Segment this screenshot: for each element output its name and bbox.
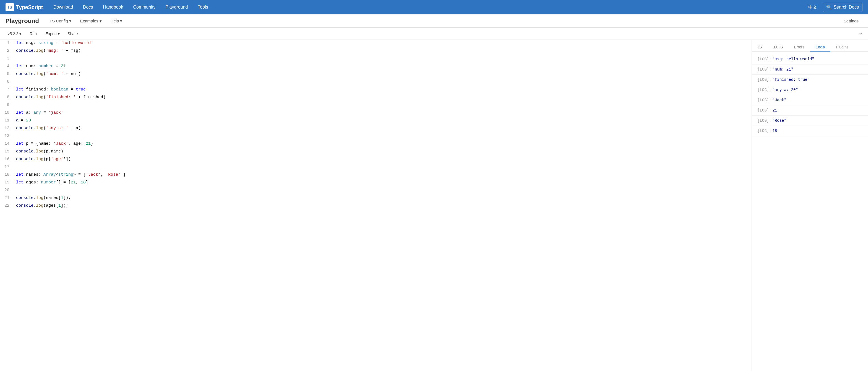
line-number: 3	[0, 55, 14, 63]
search-docs-button[interactable]: 🔍 Search Docs	[823, 3, 863, 12]
list-item: [LOG]: 18	[752, 126, 868, 136]
export-label: Export	[45, 32, 57, 36]
code-content: let p = {name: 'Jack', age: 21}	[14, 141, 752, 148]
ts-config-button[interactable]: TS Config ▾	[45, 17, 75, 25]
line-number: 20	[0, 187, 14, 195]
code-content	[14, 133, 752, 141]
nav-handbook[interactable]: Handbook	[99, 3, 127, 11]
table-row: 17	[0, 164, 752, 172]
run-button[interactable]: Run	[26, 30, 41, 37]
code-content: console.log('finished: ' + finished)	[14, 94, 752, 102]
line-number: 10	[0, 110, 14, 117]
code-content: let ages: number[] = [21, 18]	[14, 179, 752, 187]
tab-js[interactable]: JS	[752, 42, 767, 52]
line-number: 22	[0, 202, 14, 210]
nav-community[interactable]: Community	[129, 3, 159, 11]
help-label: Help	[111, 19, 119, 23]
nav-right: 中文 🔍 Search Docs	[806, 3, 863, 12]
code-editor[interactable]: 1let msg: string = 'hello world'2console…	[0, 40, 752, 371]
log-value: "Jack"	[772, 98, 786, 103]
search-icon: 🔍	[826, 5, 832, 10]
code-content	[14, 187, 752, 195]
table-row: 6	[0, 79, 752, 86]
code-content: let a: any = 'jack'	[14, 110, 752, 117]
ts-logo-icon: TS	[5, 3, 14, 11]
line-number: 11	[0, 117, 14, 125]
code-content	[14, 79, 752, 86]
sub-nav: Playground TS Config ▾ Examples ▾ Help ▾…	[0, 15, 868, 28]
brand-name: TypeScript	[16, 4, 43, 10]
log-prefix: [LOG]:	[757, 88, 771, 92]
settings-button[interactable]: Settings	[840, 17, 863, 25]
tab-dts[interactable]: .D.TS	[767, 42, 788, 52]
log-prefix: [LOG]:	[757, 118, 771, 123]
table-row: 15console.log(p.name)	[0, 148, 752, 156]
code-content: let finished: boolean = true	[14, 86, 752, 94]
list-item: [LOG]: "finished: true"	[752, 75, 868, 85]
nav-download[interactable]: Download	[50, 3, 77, 11]
table-row: 14let p = {name: 'Jack', age: 21}	[0, 141, 752, 148]
examples-button[interactable]: Examples ▾	[76, 17, 105, 25]
log-prefix: [LOG]:	[757, 78, 771, 82]
table-row: 1let msg: string = 'hello world'	[0, 40, 752, 48]
line-number: 12	[0, 125, 14, 133]
code-content: let msg: string = 'hello world'	[14, 40, 752, 48]
table-row: 13	[0, 133, 752, 141]
code-table: 1let msg: string = 'hello world'2console…	[0, 40, 752, 210]
list-item: [LOG]: "any a: 20"	[752, 85, 868, 95]
lang-button[interactable]: 中文	[806, 3, 819, 11]
log-prefix: [LOG]:	[757, 98, 771, 103]
version-selector[interactable]: v5.2.2 ▾	[5, 30, 24, 37]
table-row: 21console.log(names[1]);	[0, 195, 752, 202]
share-button[interactable]: Share	[65, 30, 81, 37]
help-chevron-icon: ▾	[120, 19, 122, 24]
line-number: 15	[0, 148, 14, 156]
log-prefix: [LOG]:	[757, 57, 771, 61]
nav-tools[interactable]: Tools	[194, 3, 212, 11]
log-prefix: [LOG]:	[757, 129, 771, 133]
ts-config-label: TS Config	[50, 19, 68, 23]
table-row: 12console.log('any a: ' + a)	[0, 125, 752, 133]
export-chevron-icon: ▾	[58, 32, 60, 36]
tab-logs[interactable]: Logs	[810, 42, 830, 52]
line-number: 19	[0, 179, 14, 187]
logo-area[interactable]: TS TypeScript	[5, 3, 43, 11]
log-value: 21	[772, 108, 777, 113]
line-number: 14	[0, 141, 14, 148]
code-content: let num: number = 21	[14, 63, 752, 71]
help-button[interactable]: Help ▾	[107, 17, 126, 25]
tab-plugins[interactable]: Plugins	[830, 42, 854, 52]
table-row: 3	[0, 55, 752, 63]
code-content: console.log(p.name)	[14, 148, 752, 156]
table-row: 10let a: any = 'jack'	[0, 110, 752, 117]
collapse-arrow[interactable]: ⇥	[858, 31, 863, 37]
nav-playground[interactable]: Playground	[161, 3, 192, 11]
code-content: let names: Array<string> = ['Jack', 'Ros…	[14, 172, 752, 179]
settings-area: Settings	[840, 17, 863, 25]
log-value: "num: 21"	[772, 67, 793, 72]
log-prefix: [LOG]:	[757, 67, 771, 72]
table-row: 9	[0, 102, 752, 110]
code-content	[14, 102, 752, 110]
code-content	[14, 55, 752, 63]
line-number: 13	[0, 133, 14, 141]
tab-errors[interactable]: Errors	[788, 42, 810, 52]
code-content: console.log(names[1]);	[14, 195, 752, 202]
table-row: 7let finished: boolean = true	[0, 86, 752, 94]
top-nav: TS TypeScript Download Docs Handbook Com…	[0, 0, 868, 15]
code-content: console.log(ages[1]);	[14, 202, 752, 210]
table-row: 8console.log('finished: ' + finished)	[0, 94, 752, 102]
ts-config-chevron-icon: ▾	[69, 19, 71, 24]
nav-docs[interactable]: Docs	[79, 3, 97, 11]
export-button[interactable]: Export ▾	[43, 30, 62, 37]
code-content: console.log('any a: ' + a)	[14, 125, 752, 133]
right-panel: JS .D.TS Errors Logs Plugins [LOG]: "msg…	[752, 40, 868, 371]
code-content: a = 20	[14, 117, 752, 125]
code-content: console.log('msg: ' + msg)	[14, 48, 752, 55]
search-docs-label: Search Docs	[833, 5, 859, 10]
list-item: [LOG]: "Jack"	[752, 95, 868, 106]
code-content	[14, 164, 752, 172]
table-row: 22console.log(ages[1]);	[0, 202, 752, 210]
list-item: [LOG]: "Rose"	[752, 116, 868, 126]
line-number: 1	[0, 40, 14, 48]
